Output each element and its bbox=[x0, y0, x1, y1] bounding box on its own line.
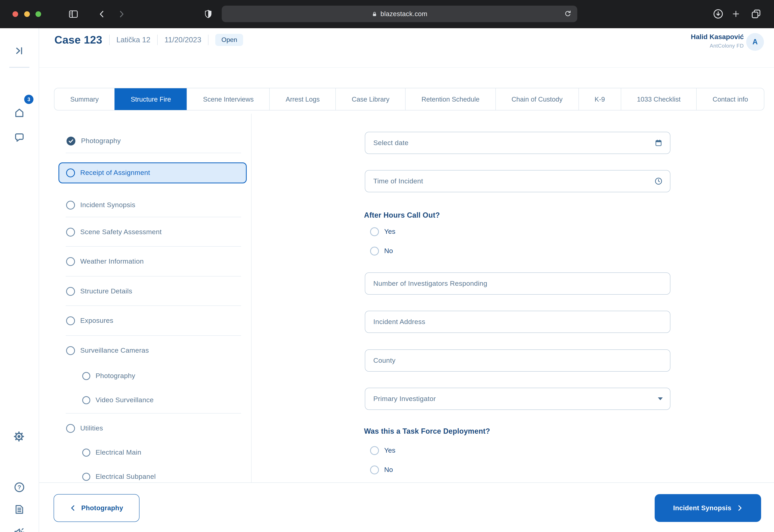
after-hours-yes-option[interactable]: Yes bbox=[370, 227, 395, 237]
tab-1033-checklist[interactable]: 1033 Checklist bbox=[621, 88, 696, 110]
tab-overview-icon[interactable] bbox=[751, 8, 762, 19]
nav-item-surveillance-cameras[interactable]: Surveillance Cameras bbox=[54, 336, 247, 365]
safari-window: blazestack.com bbox=[0, 0, 774, 532]
radio-icon[interactable] bbox=[370, 465, 379, 474]
zoom-window-button[interactable] bbox=[35, 11, 41, 17]
radio-circle-icon bbox=[66, 287, 75, 296]
radio-icon[interactable] bbox=[370, 446, 379, 455]
after-hours-question: After Hours Call Out? bbox=[364, 211, 440, 220]
collapse-sidebar-icon[interactable] bbox=[15, 46, 24, 56]
nav-item-photography[interactable]: Photography bbox=[54, 129, 247, 153]
close-window-button[interactable] bbox=[12, 11, 18, 17]
nav-item-label: Photography bbox=[96, 372, 135, 380]
radio-label: Yes bbox=[384, 447, 395, 455]
tab-summary[interactable]: Summary bbox=[54, 88, 114, 110]
task-force-no-option[interactable]: No bbox=[370, 465, 393, 475]
calendar-icon[interactable] bbox=[654, 139, 663, 147]
chevron-left-icon bbox=[70, 505, 75, 511]
nav-item-incident-synopsis[interactable]: Incident Synopsis bbox=[54, 193, 247, 217]
case-date: 11/20/2023 bbox=[164, 35, 201, 44]
chat-icon[interactable] bbox=[14, 131, 25, 142]
incident-address-field[interactable] bbox=[365, 311, 670, 333]
dropdown-caret-icon[interactable] bbox=[658, 397, 663, 400]
next-section-label: Incident Synopsis bbox=[673, 504, 731, 512]
help-icon[interactable]: ? bbox=[14, 482, 25, 493]
nav-item-structure-details[interactable]: Structure Details bbox=[54, 276, 247, 306]
home-icon[interactable] bbox=[14, 107, 25, 118]
tab-k9[interactable]: K-9 bbox=[578, 88, 621, 110]
user-info: Halid Kasapović AntColony FD bbox=[691, 33, 744, 49]
radio-label: No bbox=[384, 466, 393, 474]
radio-icon[interactable] bbox=[370, 227, 379, 236]
investigators-input[interactable] bbox=[372, 279, 663, 288]
header-separator bbox=[157, 35, 158, 45]
tab-contact-info[interactable]: Contact info bbox=[696, 88, 764, 110]
nav-item-label: Exposures bbox=[80, 317, 113, 325]
county-field[interactable] bbox=[365, 349, 670, 372]
back-icon[interactable] bbox=[98, 10, 106, 19]
radio-circle-icon bbox=[66, 168, 75, 177]
radio-icon[interactable] bbox=[370, 247, 379, 256]
new-tab-icon[interactable] bbox=[732, 10, 740, 18]
after-hours-no-option[interactable]: No bbox=[370, 246, 393, 256]
task-force-yes-option[interactable]: Yes bbox=[370, 445, 395, 456]
minimize-window-button[interactable] bbox=[24, 11, 30, 17]
app-icon-sidebar: 3 ? bbox=[0, 28, 39, 532]
date-field[interactable] bbox=[365, 132, 670, 154]
nav-item-electrical-subpanel[interactable]: Electrical Subpanel bbox=[54, 462, 247, 482]
nav-item-sub-photography[interactable]: Photography bbox=[54, 365, 247, 387]
case-tab-bar: Summary Structure Fire Scene Interviews … bbox=[54, 88, 764, 110]
nav-item-video-surveillance[interactable]: Video Surveillance bbox=[54, 387, 247, 414]
tab-case-library[interactable]: Case Library bbox=[336, 88, 405, 110]
tab-retention-schedule[interactable]: Retention Schedule bbox=[405, 88, 495, 110]
previous-section-label: Photography bbox=[81, 504, 123, 512]
tab-chain-of-custody[interactable]: Chain of Custody bbox=[495, 88, 578, 110]
radio-label: No bbox=[384, 247, 393, 255]
nav-item-label: Structure Details bbox=[80, 287, 132, 295]
nav-item-scene-safety-assessment[interactable]: Scene Safety Assessment bbox=[54, 217, 247, 247]
nav-item-weather-information[interactable]: Weather Information bbox=[54, 247, 247, 276]
previous-section-button[interactable]: Photography bbox=[54, 494, 139, 522]
lock-icon bbox=[371, 11, 377, 17]
tab-scene-interviews[interactable]: Scene Interviews bbox=[187, 88, 269, 110]
section-nav: Photography Receipt of Assignment Incide… bbox=[54, 129, 247, 482]
chevron-right-icon bbox=[738, 505, 743, 511]
url-bar[interactable]: blazestack.com bbox=[222, 6, 577, 22]
nav-item-label: Receipt of Assignment bbox=[80, 169, 150, 177]
nav-item-label: Electrical Subpanel bbox=[96, 473, 156, 481]
incident-address-input[interactable] bbox=[372, 317, 663, 326]
tab-arrest-logs[interactable]: Arrest Logs bbox=[269, 88, 336, 110]
download-icon[interactable] bbox=[713, 8, 724, 19]
task-force-question: Was this a Task Force Deployment? bbox=[364, 427, 490, 436]
settings-gear-icon[interactable] bbox=[13, 430, 25, 443]
time-input[interactable] bbox=[372, 177, 650, 186]
nav-item-label: Utilities bbox=[80, 424, 103, 432]
nav-item-receipt-of-assignment[interactable]: Receipt of Assignment bbox=[58, 162, 247, 183]
sidebar-panel-icon[interactable] bbox=[68, 9, 79, 19]
tab-structure-fire[interactable]: Structure Fire bbox=[114, 88, 187, 110]
announcements-megaphone-icon[interactable] bbox=[13, 526, 25, 532]
next-section-button[interactable]: Incident Synopsis bbox=[655, 494, 761, 522]
document-icon[interactable] bbox=[14, 504, 25, 515]
time-field[interactable] bbox=[365, 170, 670, 192]
header-divider bbox=[39, 67, 774, 68]
browser-chrome: blazestack.com bbox=[0, 0, 774, 28]
primary-investigator-select[interactable] bbox=[365, 388, 670, 410]
clock-icon[interactable] bbox=[654, 177, 663, 185]
nav-item-exposures[interactable]: Exposures bbox=[54, 306, 247, 336]
investigators-field[interactable] bbox=[365, 272, 670, 295]
primary-investigator-input[interactable] bbox=[372, 394, 654, 403]
shield-icon[interactable] bbox=[204, 9, 213, 19]
radio-circle-icon bbox=[66, 228, 75, 236]
radio-circle-icon bbox=[66, 346, 75, 355]
reload-icon[interactable] bbox=[564, 10, 572, 18]
date-input[interactable] bbox=[372, 138, 650, 147]
nav-item-utilities[interactable]: Utilities bbox=[54, 414, 247, 443]
case-address: Latička 12 bbox=[116, 35, 150, 44]
county-input[interactable] bbox=[372, 356, 663, 365]
footer-divider bbox=[39, 482, 774, 483]
avatar[interactable]: A bbox=[746, 33, 764, 51]
nav-item-electrical-main[interactable]: Electrical Main bbox=[54, 443, 247, 462]
radio-label: Yes bbox=[384, 228, 395, 236]
forward-icon[interactable] bbox=[117, 10, 126, 19]
